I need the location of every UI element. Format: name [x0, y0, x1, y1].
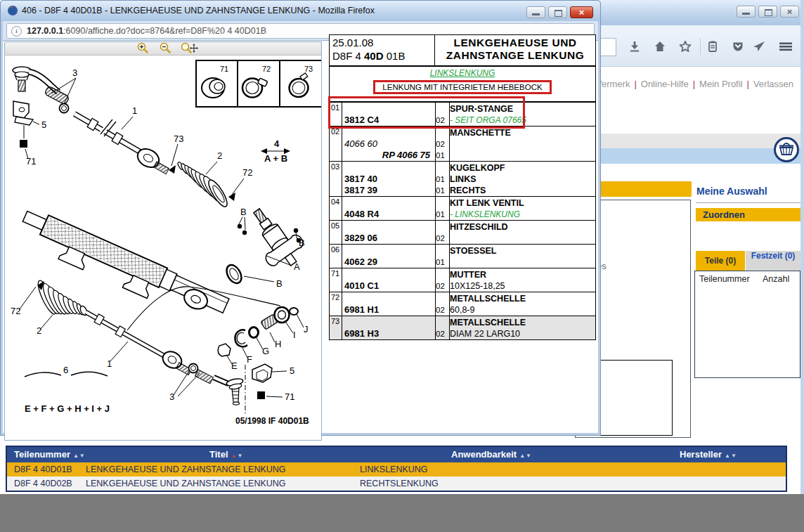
- result-cell: LENKGEHAEUSE UND ZAHNSTANGE LENKUNG: [86, 479, 286, 488]
- popup-restore-button[interactable]: [548, 6, 567, 18]
- arrow-72-upper: [228, 193, 235, 201]
- parts-row-73[interactable]: 73METALLSCHELLE6981 H302DIAM 22 LARG10: [330, 316, 595, 339]
- parts-row-71[interactable]: 71MUTTER4010 C10210X125-18,25: [330, 268, 595, 292]
- sort-icons[interactable]: ▲▼: [73, 453, 86, 459]
- diagram-callout: 05/1998 IF 40D01B: [235, 416, 309, 426]
- diagram-callout: A: [294, 261, 300, 272]
- diagram-callout: 73: [174, 134, 183, 144]
- results-rows: D8F 4 40D01BLENKGEHAEUSE UND ZAHNSTANGE …: [7, 462, 786, 491]
- url-text: 127.0.0.1:6090/affiche.do?doc=8764&ref=D…: [27, 24, 266, 38]
- part-desc: METALLSCHELLE: [447, 317, 595, 328]
- part-desc: KIT LENK VENTIL: [447, 197, 595, 209]
- diagram-callout: E + F + G + H + I + J: [25, 403, 110, 414]
- column-divider: [342, 162, 342, 196]
- sort-icons[interactable]: ▲▼: [519, 453, 532, 459]
- parts-row-03[interactable]: 03KUGELKOPF3817 4001LINKS3817 3901RECHTS: [330, 162, 595, 197]
- popup-minimize-button[interactable]: [526, 6, 545, 18]
- bookmark-star-icon[interactable]: [678, 39, 692, 53]
- download-icon[interactable]: [628, 39, 642, 53]
- result-row[interactable]: D8F 4 40D01BLENKGEHAEUSE UND ZAHNSTANGE …: [7, 462, 786, 476]
- zoom-pan-icon[interactable]: [181, 42, 199, 54]
- diagram-callout: 71: [220, 65, 228, 73]
- menu-icon[interactable]: [777, 39, 794, 53]
- diagram-callout: I: [293, 330, 296, 340]
- part-ref: 06: [331, 245, 339, 254]
- popup-titlebar[interactable]: 406 - D8F 4 40D01B - LENKGEHAEUSE UND ZA…: [1, 1, 600, 21]
- parts-notes-band: LINKSLENKUNG LENKUNG MIT INTEGRIETEM HEB…: [330, 68, 595, 103]
- pocket-icon[interactable]: [731, 39, 745, 53]
- zoom-in-icon[interactable]: [137, 42, 153, 54]
- nav-link[interactable]: Mein Profil: [699, 79, 742, 89]
- part-number: 4010 C1: [342, 280, 433, 292]
- part-desc: LINKS: [447, 174, 595, 185]
- part-desc: STOESSEL: [447, 245, 595, 257]
- sort-icons[interactable]: ▲▼: [231, 453, 244, 459]
- diagram-callout: 5: [290, 365, 294, 376]
- rack-housing: [15, 207, 231, 329]
- restore-icon: [765, 9, 772, 16]
- column-divider: [449, 197, 450, 220]
- parts-row-02[interactable]: 02MANSCHETTE4066 6002RP 4066 7501: [330, 126, 595, 162]
- header-hersteller[interactable]: Hersteller▲▼: [680, 449, 737, 460]
- part-number: [342, 197, 433, 209]
- part-number: [342, 127, 433, 138]
- popup-title: 406 - D8F 4 40D01B - LENKGEHAEUSE UND ZA…: [22, 6, 375, 15]
- sort-icons[interactable]: ▲▼: [725, 453, 737, 459]
- part-desc: - SEIT ORGA 07665: [447, 115, 595, 126]
- part-ref: 04: [331, 197, 339, 206]
- result-cell: RECHTSLENKUNG: [360, 479, 439, 488]
- part-number: [342, 103, 433, 115]
- part-number: 4066 60: [342, 138, 433, 150]
- header-teilenummer[interactable]: Teilenummer▲▼: [14, 449, 86, 460]
- part-number: [342, 317, 433, 328]
- diagram-callout: H: [275, 339, 281, 349]
- restore-button[interactable]: [758, 6, 777, 18]
- send-icon[interactable]: [752, 39, 766, 53]
- column-divider: [435, 268, 436, 292]
- nav-separator: |: [747, 79, 749, 89]
- info-icon[interactable]: i: [11, 26, 22, 37]
- part-ref: 73: [331, 317, 339, 325]
- tab-festzeit[interactable]: Festzeit (0): [746, 251, 800, 271]
- diagram-callout: F: [247, 354, 252, 365]
- zoom-out-icon[interactable]: [160, 42, 175, 54]
- close-icon: ×: [781, 6, 798, 17]
- header-anwendbarkeit[interactable]: Anwendbarkeit▲▼: [451, 449, 532, 460]
- part-number: 3829 06: [342, 233, 433, 244]
- parts-row-05[interactable]: 05HITZESCHILD3829 0602: [330, 221, 595, 245]
- parts-row-06[interactable]: 06STOESSEL4062 2901: [330, 245, 595, 268]
- result-row[interactable]: D8F 4 40D02BLENKGEHAEUSE UND ZAHNSTANGE …: [7, 476, 786, 491]
- column-divider: [342, 197, 342, 220]
- parts-row-72[interactable]: 72METALLSCHELLE6981 H10260,8-9: [330, 292, 595, 316]
- nav-link[interactable]: Online-Hilfe: [641, 79, 689, 89]
- parts-row-04[interactable]: 04KIT LENK VENTIL4048 R401- LINKSLENKUNG: [330, 197, 595, 221]
- upper-inner-rod: [74, 114, 176, 174]
- home-icon[interactable]: [653, 39, 667, 53]
- header-titel[interactable]: Titel▲▼: [209, 449, 243, 460]
- part-desc: METALLSCHELLE: [447, 293, 595, 304]
- part-number: 3817 40: [342, 174, 433, 185]
- part-desc: DIAM 22 LARG10: [447, 328, 595, 339]
- result-cell: D8F 4 40D02B: [14, 479, 72, 488]
- zuordnen-button[interactable]: Zuordnen: [696, 208, 800, 221]
- popup-content: 71727331732724A + B571BBAB72213EFGHIJ6E …: [3, 40, 598, 433]
- selection-col-anzahl: Anzahl: [763, 274, 789, 284]
- close-button[interactable]: ×: [780, 6, 799, 18]
- parts-title: LENKGEHAEUSE UND ZAHNSTANGE LENKUNG: [435, 35, 595, 67]
- clipboard-icon[interactable]: [706, 39, 720, 53]
- part-ref: 05: [331, 221, 339, 230]
- parts-ref: D8F 4 40D 01B: [332, 50, 434, 62]
- tab-teile[interactable]: Teile (0): [696, 251, 745, 271]
- diagram-callout: 3: [169, 391, 174, 402]
- nav-link[interactable]: Verlassen: [753, 79, 793, 89]
- diagram-callout: 4: [274, 138, 280, 149]
- result-cell: LENKGEHAEUSE UND ZAHNSTANGE LENKUNG: [86, 465, 286, 474]
- basket-icon[interactable]: [773, 136, 800, 163]
- diagram-callout: 73: [304, 65, 313, 73]
- minimize-button[interactable]: [737, 6, 756, 18]
- parts-row-01[interactable]: 01SPUR-STANGE3812 C402- SEIT ORGA 07665: [330, 103, 595, 126]
- part-desc: [447, 257, 595, 268]
- part-number: [342, 221, 433, 233]
- popup-close-button[interactable]: ×: [570, 6, 593, 18]
- part-number: RP 4066 75: [342, 150, 433, 161]
